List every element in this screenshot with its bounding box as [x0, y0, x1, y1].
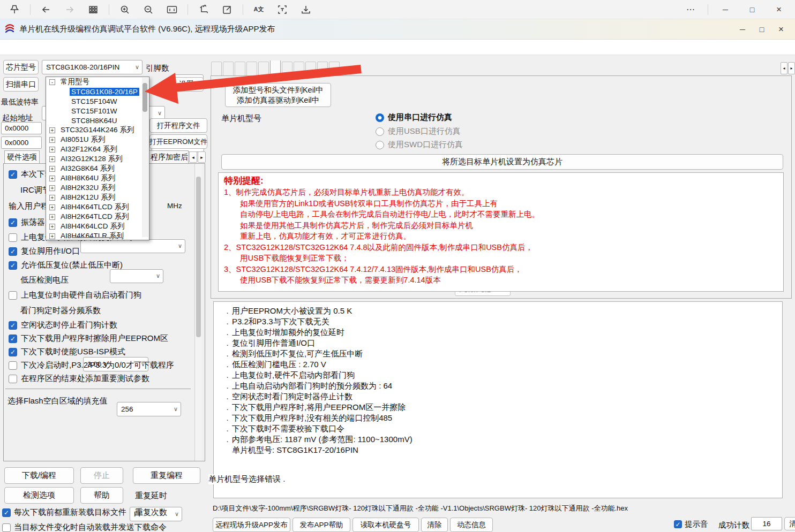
- help-button[interactable]: 帮助: [80, 487, 123, 504]
- tree-expander-icon[interactable]: +: [49, 127, 55, 133]
- tab[interactable]: [282, 62, 292, 76]
- app-maximize-button[interactable]: □: [752, 22, 771, 36]
- main-tab-scroll-right-button[interactable]: ▸: [788, 62, 795, 74]
- app-minimize-button[interactable]: ─: [733, 22, 752, 36]
- chip-tree-item[interactable]: + AI8H4K64LCD 系列: [46, 222, 149, 231]
- option-row[interactable]: 在程序区的结束处添加重要测试参数: [9, 374, 149, 384]
- option-row[interactable]: ✓ 复位脚用作I/O口: [9, 246, 80, 256]
- chip-tree-item[interactable]: - 常用型号: [46, 77, 149, 87]
- read-disk-id-button[interactable]: 读取本机硬盘号: [352, 518, 419, 532]
- checkbox[interactable]: ✓: [9, 261, 17, 270]
- tree-expander-icon[interactable]: +: [49, 137, 55, 143]
- chip-tree-item[interactable]: + STC32G144K246 系列: [46, 125, 149, 135]
- viewer-minimize-button[interactable]: ─: [716, 3, 735, 17]
- scrollbar-thumb[interactable]: [196, 177, 201, 337]
- tree-expander-icon[interactable]: +: [49, 214, 55, 220]
- checkbox[interactable]: ✓: [9, 247, 17, 256]
- popup-resize-grip[interactable]: [72, 237, 123, 238]
- download-program-button[interactable]: 下载/编程: [4, 467, 74, 484]
- chip-tree-item[interactable]: + AI8H8K64U 系列: [46, 173, 149, 183]
- check-options-button[interactable]: 检测选项: [4, 487, 74, 504]
- success-count-input[interactable]: 16: [751, 517, 782, 530]
- tab[interactable]: [223, 62, 234, 76]
- checkbox[interactable]: ✓: [9, 335, 17, 343]
- chip-tree-item[interactable]: + AI32G12K128 系列: [46, 154, 149, 164]
- chip-tree-item[interactable]: + AI8H2K32U 系列: [46, 183, 149, 193]
- tree-expander-icon[interactable]: +: [49, 147, 55, 153]
- publish-app-help-button[interactable]: 发布APP帮助: [292, 518, 350, 532]
- stop-button[interactable]: 停止: [80, 467, 123, 484]
- scrollbar-thumb[interactable]: [142, 83, 147, 112]
- chip-tree-item[interactable]: STC15F104W: [46, 96, 149, 106]
- left-tab-scroll-right-button[interactable]: ▸: [198, 151, 206, 163]
- option-row[interactable]: ✓ 下次下载时使能USB-ISP模式: [9, 347, 125, 357]
- radio-button[interactable]: [376, 113, 384, 122]
- checkbox[interactable]: ✓: [674, 520, 682, 528]
- thumbnail-grid-icon[interactable]: [85, 3, 101, 17]
- chip-tree-item[interactable]: + AI32F12K64 系列: [46, 145, 149, 154]
- watchdog-prescaler-combobox[interactable]: 256∨: [117, 402, 181, 416]
- tab[interactable]: [294, 62, 304, 76]
- dynamic-info-button[interactable]: 动态信息: [450, 518, 493, 532]
- tab[interactable]: [305, 62, 316, 76]
- radio-button[interactable]: [376, 127, 384, 136]
- checkbox[interactable]: [2, 523, 11, 532]
- checkbox[interactable]: [9, 361, 17, 370]
- crop-icon[interactable]: [196, 3, 212, 17]
- tree-expander-icon[interactable]: +: [49, 176, 55, 181]
- tab[interactable]: [211, 62, 222, 76]
- eeprom-start-address-input[interactable]: 0x0000: [1, 136, 42, 149]
- chip-model-combobox[interactable]: STC8G1K08-20/16PIN∨: [42, 60, 142, 74]
- user-irc-frequency-combobox[interactable]: ∨: [110, 269, 163, 283]
- scan-serial-button[interactable]: 扫描串口: [3, 77, 39, 92]
- viewer-maximize-button[interactable]: □: [742, 3, 762, 17]
- overflow-menu-icon[interactable]: ⋯: [681, 3, 700, 17]
- zoom-out-icon[interactable]: [140, 3, 156, 17]
- popup-scrollbar[interactable]: [142, 78, 148, 237]
- tab[interactable]: [258, 62, 269, 76]
- tree-expander-icon[interactable]: +: [49, 195, 55, 201]
- translate-icon[interactable]: A文: [251, 3, 267, 17]
- set-target-as-emulation-chip-button[interactable]: 将所选目标单片机设置为仿真芯片: [221, 154, 783, 170]
- annotate-icon[interactable]: [219, 3, 235, 17]
- tab[interactable]: [270, 60, 281, 76]
- checkbox[interactable]: [9, 375, 17, 383]
- radio-row-swd-emulation[interactable]: 使用SWD口进行仿真: [376, 140, 463, 150]
- checkbox[interactable]: [9, 291, 17, 300]
- chip-tree-item[interactable]: + AI8H4K64TLR 系列: [46, 231, 149, 240]
- tree-expander-icon[interactable]: +: [49, 224, 55, 230]
- forward-icon[interactable]: [62, 3, 78, 17]
- checkbox[interactable]: ✓: [9, 218, 17, 227]
- option-row[interactable]: ✓ 每次下载前都重新装载目标文件: [2, 507, 126, 518]
- hardware-options-scrollbar[interactable]: [194, 164, 202, 461]
- radio-row-serial-emulation[interactable]: 使用串口进行仿真: [376, 112, 452, 123]
- beep-option-row[interactable]: ✓ 提示音: [674, 519, 708, 529]
- chip-tree-item[interactable]: + AI8H4K64TLCD 系列: [46, 202, 149, 212]
- option-row[interactable]: ✓ 空闲状态时停止看门狗计数: [9, 320, 117, 330]
- open-program-file-button[interactable]: 打开程序文件: [149, 118, 207, 133]
- checkbox[interactable]: ✓: [2, 508, 11, 517]
- checkbox[interactable]: ✓: [9, 170, 17, 179]
- open-eeprom-file-button[interactable]: 打开EEPROM文件: [149, 134, 207, 149]
- tab[interactable]: [246, 62, 257, 76]
- ocr-icon[interactable]: [274, 3, 290, 17]
- viewer-close-button[interactable]: ×: [769, 3, 789, 17]
- app-close-button[interactable]: ×: [771, 22, 791, 36]
- radio-button[interactable]: [376, 141, 384, 149]
- main-tab-scroll-left-button[interactable]: ◂: [781, 62, 788, 74]
- repeat-program-button[interactable]: 重复编程: [133, 467, 200, 484]
- option-row[interactable]: ✓ 下次下载用户程序时擦除用户EEPROM区: [9, 333, 168, 344]
- checkbox[interactable]: ✓: [9, 321, 17, 330]
- remote-upgrade-publish-button[interactable]: 远程现场升级APP发布: [213, 518, 290, 532]
- checkbox[interactable]: ✓: [9, 348, 17, 356]
- actual-size-icon[interactable]: [164, 3, 180, 17]
- option-row[interactable]: 上电复位时由硬件自动启动看门狗: [9, 290, 141, 300]
- tree-expander-icon[interactable]: -: [49, 79, 55, 85]
- option-row[interactable]: 下次冷启动时,P3.2/P3.3为0/0才可下载程序: [9, 360, 174, 370]
- chip-tree-item[interactable]: + AI8051U 系列: [46, 135, 149, 145]
- add-to-keil-button[interactable]: 添加型号和头文件到Keil中 添加仿真器驱动到Keil中: [225, 83, 331, 107]
- pin-icon[interactable]: [6, 3, 22, 17]
- program-start-address-input[interactable]: 0x0000: [1, 122, 42, 134]
- left-tab-scroll-left-button[interactable]: ◂: [189, 151, 197, 163]
- tab[interactable]: [235, 62, 245, 76]
